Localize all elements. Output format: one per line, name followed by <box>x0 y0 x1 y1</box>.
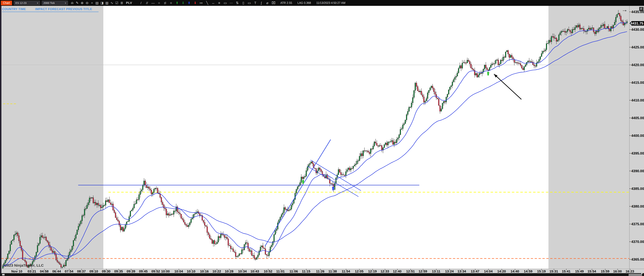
dashed-vrect-icon[interactable]: ▯ <box>242 0 245 6</box>
time-label-06:44: 06:44 <box>52 270 61 273</box>
ruler-icon[interactable]: ⌗ <box>169 0 173 6</box>
candle-body <box>218 236 219 242</box>
parallel-lines-icon[interactable]: // <box>145 0 149 6</box>
chart-window-button[interactable]: Chart <box>1 1 12 5</box>
candle-body <box>357 161 358 164</box>
candle-body <box>466 63 466 63</box>
price-axis[interactable]: F 4431.75 4435.004430.004425.004420.0044… <box>629 6 644 269</box>
candle-body <box>286 209 287 210</box>
rectangle-icon[interactable]: ▭ <box>224 0 227 6</box>
instrument-selector[interactable]: ES 12-23 ∨ <box>14 1 40 5</box>
candle-body <box>209 235 210 239</box>
candle-body <box>138 200 138 200</box>
pencil-icon[interactable]: ✎ <box>75 0 79 6</box>
interval-selector[interactable]: 2000 Tick ∨ <box>42 1 68 5</box>
candle-body <box>207 227 208 233</box>
checklist-icon[interactable]: ☑ <box>115 0 118 6</box>
updown-arrows-icon[interactable]: ⇅ <box>236 0 239 6</box>
candle-body <box>252 251 252 256</box>
stacked-lines-icon[interactable]: ≡ <box>218 0 221 6</box>
channel-line-upper[interactable] <box>310 160 361 191</box>
candle-body <box>515 62 516 63</box>
candle-body <box>470 61 470 64</box>
candle-body <box>196 213 196 214</box>
channel-midline[interactable] <box>313 168 360 193</box>
data-box-icon[interactable]: ▤ <box>95 0 99 6</box>
double-line-icon[interactable]: = <box>157 0 161 6</box>
hide-drawings-icon[interactable]: ⌀ <box>266 0 269 6</box>
trash-icon[interactable]: ⌧ <box>272 0 276 6</box>
diagonal-line-icon[interactable]: ╲ <box>206 0 209 6</box>
arrow-right-tail-icon[interactable]: ↦ <box>200 0 203 6</box>
list-icon[interactable]: ≣ <box>120 0 124 6</box>
price-label-4410.00: 4410.00 <box>631 98 644 102</box>
zoom-out-icon[interactable]: ⊖ <box>85 0 89 6</box>
chart-canvas[interactable] <box>2 6 629 269</box>
ascending-trendline[interactable] <box>265 140 331 246</box>
candle-body <box>394 142 395 145</box>
candle-body <box>172 214 173 215</box>
candle-body <box>555 38 556 38</box>
candle-body <box>264 248 265 249</box>
candle-body <box>534 64 535 66</box>
candle-body <box>48 242 49 245</box>
candle-body <box>152 193 153 194</box>
chart-panel[interactable]: COUNTRY TIME IMPACT FORECAST PREVIOUS TI… <box>2 6 629 269</box>
panel-icon[interactable]: ◨ <box>100 0 104 6</box>
horizontal-line-icon[interactable]: — <box>151 0 155 6</box>
candle-body <box>187 226 188 227</box>
candle-body <box>346 172 346 175</box>
candle-body <box>156 188 157 189</box>
candle-body <box>404 124 404 125</box>
candle-body <box>250 251 251 252</box>
candle-body <box>92 198 92 198</box>
time-label-15:59: 15:59 <box>601 270 610 273</box>
candle-body <box>240 254 241 254</box>
candle-body <box>181 214 182 218</box>
atr-value: ATR 2.55 <box>280 1 292 4</box>
text-cursor-icon[interactable]: ɪI <box>163 0 167 6</box>
text-tool-icon[interactable]: T <box>254 0 257 6</box>
up-arrow-blue-icon[interactable]: ⬆ <box>187 0 191 6</box>
candle-body <box>79 224 80 226</box>
candlestick-chart-icon[interactable]: ılı <box>70 0 74 6</box>
dashed-rect-icon[interactable]: ▭ <box>248 0 251 6</box>
candle-body <box>540 57 541 59</box>
down-arrow-green-icon[interactable]: ⬇ <box>181 0 185 6</box>
price-label-4370.00: 4370.00 <box>631 240 644 244</box>
signal-icon[interactable]: ʃ <box>260 0 263 6</box>
buy-arrow-green-2[interactable] <box>486 71 490 75</box>
candle-body <box>450 87 450 90</box>
scroll-to-latest-icon[interactable]: → <box>622 6 628 13</box>
candle-body <box>435 92 436 94</box>
horizontal-arrow-icon[interactable]: ↔ <box>212 0 215 6</box>
candle-body <box>416 83 417 86</box>
time-axis[interactable]: Nov 1003:2104:5806:4407:5408:3709:1009:3… <box>2 269 644 273</box>
plv-label[interactable]: PLV <box>126 1 132 5</box>
zoom-in-icon[interactable]: ⊕ <box>80 0 84 6</box>
pointer-arrow-line[interactable] <box>494 74 522 99</box>
up-arrow-green-icon[interactable]: ⬆ <box>175 0 179 6</box>
candle-body <box>522 65 522 68</box>
candle-body <box>174 211 174 214</box>
crosshair-icon[interactable]: + <box>90 0 94 6</box>
trendline-icon[interactable]: / <box>139 0 143 6</box>
candle-body <box>368 151 369 152</box>
down-arrow-red-icon[interactable]: ⬇ <box>194 0 197 6</box>
polyline-icon[interactable]: ∿ <box>110 0 114 6</box>
candle-body <box>87 205 88 209</box>
candle-body <box>505 52 506 57</box>
candle-body <box>206 226 206 227</box>
candle-body <box>37 246 38 252</box>
buy-arrow-green-1[interactable] <box>302 180 305 184</box>
candle-body <box>554 36 554 38</box>
candle-body <box>217 242 218 244</box>
time-label-11:15: 11:15 <box>302 270 310 273</box>
price-tick <box>630 29 631 30</box>
chart-trader-icon[interactable]: ▥ <box>105 0 109 6</box>
time-label-11:01: 11:01 <box>276 270 285 273</box>
candle-body <box>571 32 572 33</box>
ellipsis-icon[interactable]: ⋯ <box>230 0 233 6</box>
candle-body <box>474 70 475 75</box>
scrollbar-left-grip[interactable] <box>2 274 4 276</box>
